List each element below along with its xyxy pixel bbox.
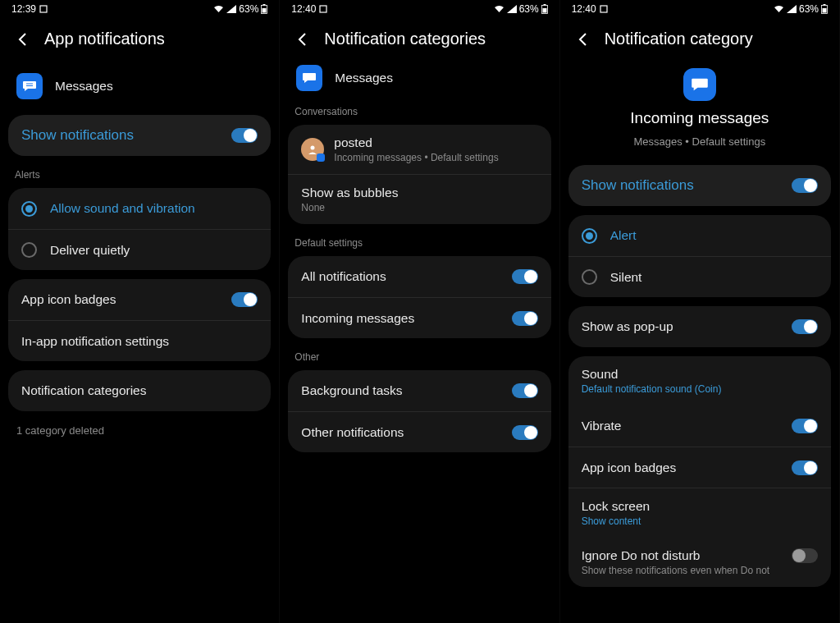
lock-screen-label: Lock screen <box>582 499 818 514</box>
show-popup-label: Show as pop-up <box>582 319 673 334</box>
other-notifications-toggle[interactable] <box>512 425 538 440</box>
svg-rect-6 <box>320 6 326 12</box>
header: Notification category <box>560 18 839 53</box>
header: App notifications <box>0 18 279 65</box>
alert-label: Alert <box>610 228 818 243</box>
show-notifications-label: Show notifications <box>21 127 134 144</box>
show-popup-toggle[interactable] <box>792 319 818 334</box>
header: Notification categories <box>280 18 559 65</box>
battery-percent: 63% <box>519 3 539 15</box>
signal-icon <box>226 5 236 13</box>
alerts-card: Allow sound and vibration Deliver quietl… <box>8 188 271 270</box>
screenshot-icon <box>39 5 48 13</box>
background-tasks-toggle[interactable] <box>512 383 538 398</box>
battery-icon <box>541 4 548 14</box>
background-tasks-label: Background tasks <box>301 383 402 398</box>
back-icon[interactable] <box>294 31 311 48</box>
all-notifications-row[interactable]: All notifications <box>288 256 550 297</box>
ignore-dnd-toggle[interactable] <box>792 548 818 563</box>
app-icon-badges-toggle[interactable] <box>231 292 258 307</box>
signal-icon <box>787 5 797 13</box>
app-header: Messages <box>280 65 559 99</box>
conversations-card: posted Incoming messages • Default setti… <box>288 125 550 224</box>
all-notifications-toggle[interactable] <box>512 269 538 284</box>
alert-row[interactable]: Alert <box>568 215 831 256</box>
show-notifications-row[interactable]: Show notifications <box>568 165 831 206</box>
show-notifications-row[interactable]: Show notifications <box>8 115 271 156</box>
posted-label: posted <box>334 135 537 150</box>
vibrate-toggle[interactable] <box>792 419 818 433</box>
allow-sound-label: Allow sound and vibration <box>50 201 258 216</box>
status-bar: 12:40 63% <box>280 0 559 18</box>
messages-app-icon <box>16 73 43 99</box>
radio-icon[interactable] <box>21 242 37 258</box>
ignore-dnd-label: Ignore Do not disturb <box>582 548 792 563</box>
show-notifications-label: Show notifications <box>582 177 694 194</box>
other-notifications-row[interactable]: Other notifications <box>288 411 550 452</box>
app-header: Messages <box>0 65 279 112</box>
lock-screen-sub: Show content <box>582 515 818 527</box>
allow-sound-row[interactable]: Allow sound and vibration <box>8 188 271 229</box>
deliver-quietly-row[interactable]: Deliver quietly <box>8 229 271 270</box>
conversations-header: Conversations <box>280 99 559 122</box>
screenshot-icon <box>600 5 608 13</box>
other-notifications-label: Other notifications <box>301 425 404 440</box>
show-notifications-card: Show notifications <box>568 165 831 206</box>
page-title: Notification category <box>605 30 753 48</box>
sound-label: Sound <box>582 367 818 382</box>
incoming-messages-toggle[interactable] <box>512 311 538 326</box>
screen-app-notifications: 12:39 63% App notifications Messages Sho… <box>0 0 280 623</box>
app-icon-badges-row[interactable]: App icon badges <box>568 447 831 488</box>
sound-row[interactable]: Sound Default notification sound (Coin) <box>568 356 831 405</box>
silent-row[interactable]: Silent <box>568 256 831 297</box>
radio-selected-icon[interactable] <box>21 201 37 217</box>
svg-rect-9 <box>542 8 546 13</box>
app-name: Messages <box>55 79 113 94</box>
ignore-dnd-row[interactable]: Ignore Do not disturb Show these notific… <box>568 538 831 587</box>
svg-rect-11 <box>600 6 607 12</box>
svg-rect-14 <box>822 8 826 13</box>
show-popup-row[interactable]: Show as pop-up <box>568 306 831 347</box>
radio-selected-icon[interactable] <box>582 228 597 244</box>
show-notifications-toggle[interactable] <box>792 178 818 193</box>
signal-icon <box>507 5 517 13</box>
page-title: App notifications <box>44 30 165 48</box>
other-card: Background tasks Other notifications <box>288 370 550 452</box>
status-time: 12:39 <box>11 3 36 15</box>
show-bubbles-sub: None <box>301 202 325 213</box>
other-header: Other <box>280 345 559 368</box>
lock-screen-row[interactable]: Lock screen Show content <box>568 488 831 538</box>
show-notifications-card: Show notifications <box>8 115 271 156</box>
incoming-messages-row[interactable]: Incoming messages <box>288 297 550 338</box>
alert-mode-card: Alert Silent <box>568 215 831 297</box>
battery-percent: 63% <box>239 3 258 15</box>
vibrate-row[interactable]: Vibrate <box>568 405 831 447</box>
app-icon-badges-row[interactable]: App icon badges <box>8 279 271 320</box>
deliver-quietly-label: Deliver quietly <box>50 243 258 258</box>
show-notifications-toggle[interactable] <box>231 128 258 143</box>
back-icon[interactable] <box>15 31 31 48</box>
radio-icon[interactable] <box>582 269 597 285</box>
wifi-icon <box>774 5 784 13</box>
back-icon[interactable] <box>575 31 591 48</box>
in-app-settings-row[interactable]: In-app notification settings <box>8 320 271 361</box>
silent-label: Silent <box>610 270 818 285</box>
app-icon-badges-toggle[interactable] <box>792 460 818 475</box>
category-sub: Messages • Default settings <box>634 135 766 148</box>
posted-sub: Incoming messages • Default settings <box>334 152 537 163</box>
messages-app-icon <box>296 65 322 91</box>
sound-sub: Default notification sound (Coin) <box>582 383 818 395</box>
default-settings-header: Default settings <box>280 231 559 254</box>
notification-categories-row[interactable]: Notification categories <box>8 370 271 411</box>
default-settings-card: All notifications Incoming messages <box>288 256 550 338</box>
svg-point-10 <box>311 146 315 150</box>
vibrate-label: Vibrate <box>582 419 622 433</box>
page-title: Notification categories <box>324 30 486 48</box>
screen-notification-category: 12:40 63% Notification category Incoming… <box>560 0 840 623</box>
background-tasks-row[interactable]: Background tasks <box>288 370 550 411</box>
wifi-icon <box>494 5 504 13</box>
alerts-header: Alerts <box>0 163 279 186</box>
posted-row[interactable]: posted Incoming messages • Default setti… <box>288 125 550 174</box>
show-bubbles-row[interactable]: Show as bubbles None <box>288 174 550 224</box>
popup-card: Show as pop-up <box>568 306 831 347</box>
